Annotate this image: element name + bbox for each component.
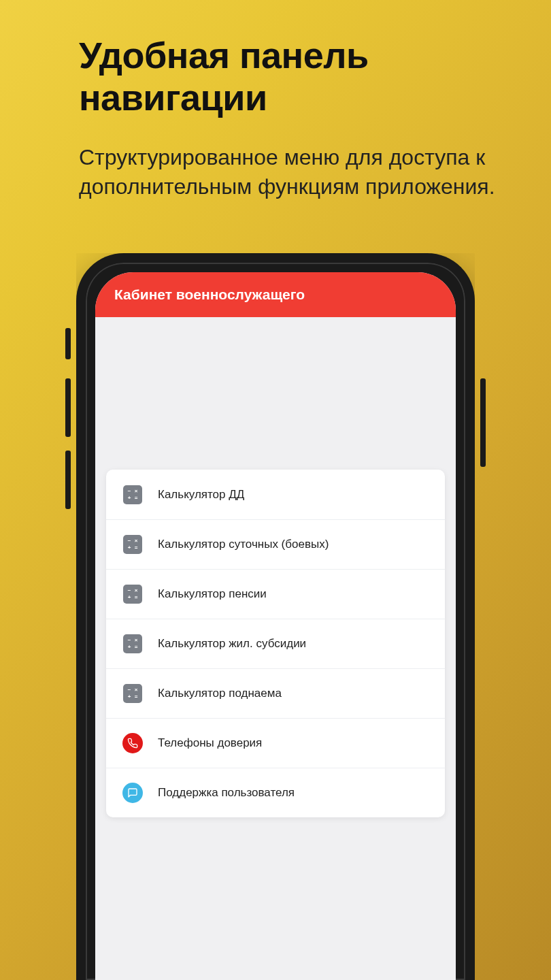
menu-card: −×+= Калькулятор ДД −×+= Калькулятор сут… <box>106 470 445 817</box>
menu-item-label: Поддержка пользователя <box>158 786 295 800</box>
app-header: Кабинет военнослужащего <box>95 272 456 317</box>
app-header-title: Кабинет военнослужащего <box>114 287 305 303</box>
menu-item-calc-dd[interactable]: −×+= Калькулятор ДД <box>106 470 445 519</box>
menu-item-hotlines[interactable]: Телефоны доверия <box>106 718 445 768</box>
menu-item-calc-pension[interactable]: −×+= Калькулятор пенсии <box>106 569 445 619</box>
phone-side-button <box>65 378 71 437</box>
promo-heading: Удобная панель навигации <box>79 34 510 118</box>
phone-side-button <box>65 328 71 359</box>
phone-screen: Кабинет военнослужащего −×+= Калькулятор… <box>95 272 456 980</box>
phone-icon <box>122 733 143 753</box>
calculator-icon: −×+= <box>122 584 143 604</box>
promo-subheading: Структурированное меню для доступа к доп… <box>79 143 510 201</box>
phone-side-button <box>480 378 486 467</box>
menu-item-calc-daily[interactable]: −×+= Калькулятор суточных (боевых) <box>106 519 445 569</box>
menu-item-label: Калькулятор поднаема <box>158 687 282 700</box>
menu-item-calc-rent[interactable]: −×+= Калькулятор поднаема <box>106 668 445 718</box>
app-body: −×+= Калькулятор ДД −×+= Калькулятор сут… <box>95 317 456 817</box>
menu-item-label: Калькулятор жил. субсидии <box>158 637 306 651</box>
phone-frame: Кабинет военнослужащего −×+= Калькулятор… <box>76 253 475 980</box>
support-icon <box>122 783 143 803</box>
phone-side-button <box>65 451 71 509</box>
menu-item-label: Калькулятор ДД <box>158 488 244 502</box>
menu-item-label: Калькулятор суточных (боевых) <box>158 538 329 551</box>
menu-item-support[interactable]: Поддержка пользователя <box>106 768 445 817</box>
phone-mockup: Кабинет военнослужащего −×+= Калькулятор… <box>76 253 475 980</box>
calculator-icon: −×+= <box>122 534 143 555</box>
calculator-icon: −×+= <box>122 634 143 654</box>
calculator-icon: −×+= <box>122 485 143 505</box>
menu-item-calc-subsidy[interactable]: −×+= Калькулятор жил. субсидии <box>106 619 445 668</box>
calculator-icon: −×+= <box>122 683 143 704</box>
menu-item-label: Калькулятор пенсии <box>158 587 267 601</box>
menu-item-label: Телефоны доверия <box>158 736 262 750</box>
